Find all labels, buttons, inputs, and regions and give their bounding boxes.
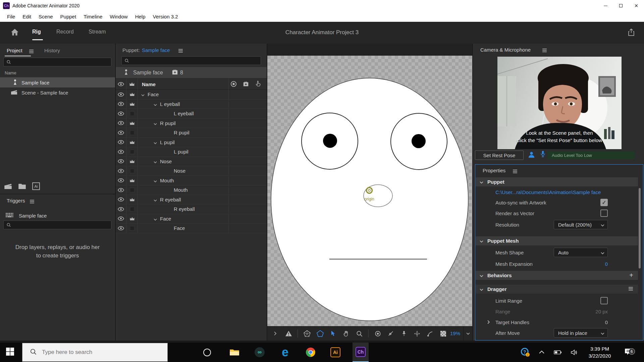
taskbar-app-edge[interactable]: e bbox=[277, 343, 293, 362]
microphone-toggle-icon[interactable] bbox=[540, 150, 546, 159]
close-button[interactable]: × bbox=[629, 0, 644, 11]
camera-mic-menu-icon[interactable] bbox=[542, 48, 547, 54]
show-mesh-icon[interactable] bbox=[303, 329, 311, 338]
section-dragger[interactable]: Dragger bbox=[476, 285, 638, 294]
taskbar-app-character-animator[interactable]: Ch bbox=[353, 343, 369, 362]
layer-row[interactable]: R eyeball bbox=[116, 195, 267, 205]
visibility-toggle-eye-icon[interactable] bbox=[116, 100, 126, 109]
start-button[interactable] bbox=[6, 347, 14, 357]
chevron-down-icon[interactable] bbox=[154, 178, 157, 183]
menu-puppet[interactable]: Puppet bbox=[57, 14, 80, 19]
camera-input-toggle-icon[interactable] bbox=[528, 151, 535, 160]
taskbar-clock[interactable]: 3:39 PM3/22/2020 bbox=[584, 343, 616, 362]
zoom-tool-icon[interactable] bbox=[355, 329, 363, 338]
dragger-menu-icon[interactable] bbox=[628, 286, 633, 292]
taskbar-app-file-explorer[interactable] bbox=[226, 343, 243, 362]
layer-row[interactable]: Face bbox=[116, 224, 267, 233]
transparency-toggle-icon[interactable] bbox=[439, 329, 447, 338]
add-behavior-button[interactable]: + bbox=[629, 272, 633, 279]
notification-center-button[interactable]: 6 bbox=[620, 343, 637, 362]
visibility-toggle-eye-icon[interactable] bbox=[116, 157, 126, 166]
independence-crown-icon[interactable] bbox=[126, 195, 138, 204]
render-vector-checkbox[interactable] bbox=[600, 209, 608, 217]
menu-help[interactable]: Help bbox=[131, 14, 149, 19]
triggers-menu-icon[interactable] bbox=[30, 199, 35, 205]
layer-row[interactable]: L eyeball bbox=[116, 109, 267, 119]
puppet-search-input[interactable] bbox=[131, 58, 240, 64]
taskbar-app-illustrator[interactable]: Ai bbox=[327, 343, 343, 362]
properties-scrollbar[interactable] bbox=[639, 188, 641, 268]
chevron-down-icon[interactable] bbox=[154, 101, 157, 107]
triggers-search[interactable] bbox=[3, 221, 111, 229]
independence-crown-icon[interactable] bbox=[126, 100, 138, 109]
visibility-toggle-eye-icon[interactable] bbox=[116, 128, 126, 137]
layer-row[interactable]: L pupil bbox=[116, 147, 267, 157]
triggers-search-input[interactable] bbox=[13, 222, 97, 228]
menu-version-3-2[interactable]: Version 3.2 bbox=[149, 14, 181, 19]
layer-row[interactable]: Mouth bbox=[116, 176, 267, 186]
visibility-toggle-eye-icon[interactable] bbox=[116, 195, 126, 204]
record-arm-icon[interactable] bbox=[230, 81, 237, 88]
zoom-dropdown[interactable] bbox=[463, 326, 472, 341]
section-behaviors[interactable]: Behaviors + bbox=[476, 271, 638, 280]
chevron-down-icon[interactable] bbox=[154, 139, 157, 145]
menu-file[interactable]: File bbox=[3, 14, 19, 19]
puppet-panel-menu-icon[interactable] bbox=[178, 48, 183, 54]
section-puppet-mesh[interactable]: Puppet Mesh bbox=[476, 236, 638, 245]
handle-column-icon[interactable] bbox=[255, 80, 261, 88]
help-icon[interactable]: ?i bbox=[519, 343, 532, 362]
puppet-root-row[interactable]: Sample face 8 bbox=[116, 67, 267, 78]
visibility-toggle-eye-icon[interactable] bbox=[116, 185, 126, 195]
battery-icon[interactable] bbox=[551, 343, 565, 362]
visibility-toggle-eye-icon[interactable] bbox=[116, 224, 126, 233]
pan-tool-icon[interactable] bbox=[342, 329, 350, 338]
chevron-down-icon[interactable] bbox=[154, 216, 157, 222]
behaviors-column-icon[interactable] bbox=[243, 81, 249, 88]
layer-row[interactable]: R pupil bbox=[116, 128, 267, 138]
pin-tool-icon[interactable] bbox=[400, 329, 408, 338]
independence-crown-icon[interactable] bbox=[126, 176, 138, 185]
chevron-right-icon[interactable] bbox=[487, 319, 490, 325]
minimize-button[interactable] bbox=[598, 0, 613, 11]
visibility-toggle-eye-icon[interactable] bbox=[116, 138, 126, 147]
visibility-toggle-eye-icon[interactable] bbox=[116, 119, 126, 128]
menu-scene[interactable]: Scene bbox=[35, 14, 57, 19]
origin-tool-icon[interactable] bbox=[374, 329, 382, 338]
show-outline-icon[interactable] bbox=[316, 329, 324, 338]
taskbar-search[interactable] bbox=[22, 343, 168, 362]
layer-row[interactable]: Nose bbox=[116, 166, 267, 176]
layer-row[interactable]: L pupil bbox=[116, 138, 267, 147]
target-handles-value[interactable]: 0 bbox=[605, 319, 608, 325]
new-scene-icon[interactable] bbox=[4, 183, 12, 191]
independence-crown-icon[interactable] bbox=[126, 138, 138, 147]
artwork-stage[interactable]: origin bbox=[267, 56, 472, 326]
stick-tool-icon[interactable] bbox=[387, 329, 395, 338]
dragger-tool-icon[interactable] bbox=[426, 329, 434, 338]
volume-icon[interactable] bbox=[568, 343, 581, 362]
warnings-icon[interactable] bbox=[284, 329, 292, 338]
after-move-dropdown[interactable]: Hold in place bbox=[554, 328, 608, 338]
set-rest-pose-button[interactable]: Set Rest Pose bbox=[475, 150, 524, 160]
layer-row[interactable]: Mouth bbox=[116, 185, 267, 195]
visibility-toggle-eye-icon[interactable] bbox=[116, 166, 126, 176]
list-item-sample-face[interactable]: Sample face bbox=[0, 77, 115, 87]
layer-row[interactable]: Face bbox=[116, 214, 267, 224]
layer-row[interactable]: Face bbox=[116, 90, 267, 100]
section-puppet[interactable]: Puppet bbox=[476, 177, 638, 186]
mesh-shape-dropdown[interactable]: Auto bbox=[554, 248, 608, 257]
project-search[interactable] bbox=[3, 58, 111, 66]
chevron-down-icon[interactable] bbox=[154, 120, 157, 126]
tab-history[interactable]: History bbox=[44, 48, 60, 53]
illustrator-file-icon[interactable]: Ai bbox=[32, 182, 40, 191]
chevron-down-icon[interactable] bbox=[141, 92, 145, 97]
puppet-name-link[interactable]: Sample face bbox=[142, 47, 170, 53]
crown-column-icon[interactable] bbox=[126, 78, 138, 90]
independence-crown-icon[interactable] bbox=[126, 157, 138, 166]
limit-range-checkbox[interactable] bbox=[600, 297, 608, 304]
source-file-link[interactable]: C:\User...ra\Documents\Animation\Sample … bbox=[495, 189, 601, 195]
menu-timeline[interactable]: Timeline bbox=[80, 14, 106, 19]
resolution-dropdown[interactable]: Default (200%) bbox=[554, 220, 608, 229]
cortana-button[interactable] bbox=[203, 349, 211, 356]
chevron-down-icon[interactable] bbox=[154, 197, 157, 202]
new-folder-icon[interactable] bbox=[18, 183, 26, 191]
